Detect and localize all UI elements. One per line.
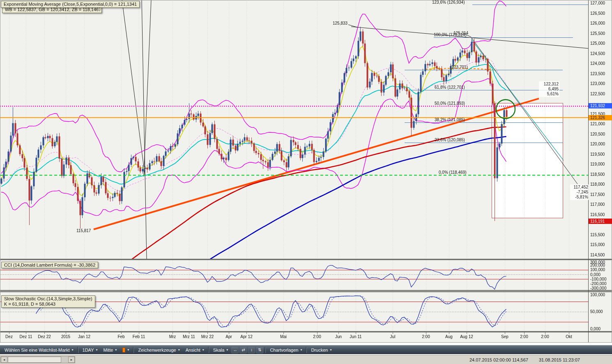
status-times: 24.07.2015 02:00:00 114,567 31.08.2015 1…: [469, 357, 612, 362]
period-label: 1DAY: [83, 348, 94, 352]
arrow-left-icon: ◄: [3, 358, 6, 361]
print-label: Drucken: [311, 348, 328, 352]
chevron-down-icon: ▾: [127, 348, 129, 352]
view-label: Ansicht: [186, 348, 200, 352]
view-menu[interactable]: Ansicht ▾: [183, 346, 207, 354]
chevron-down-icon: ▾: [72, 348, 74, 352]
compress-horizontal-icon: ⇄: [242, 348, 245, 352]
scale-compress-vertical-button[interactable]: ⇅: [256, 346, 263, 353]
watchlist-market-label: Wählen Sie eine Watchlist-Markt: [5, 348, 70, 352]
status-bar: ◄ ► 24.07.2015 02:00:00 114,567 31.08.20…: [0, 355, 612, 364]
chevron-down-icon: ▾: [202, 348, 204, 352]
drawing-tools-label: Zeichenwerkzeuge: [138, 348, 176, 352]
chevron-down-icon: ▾: [178, 348, 180, 352]
toolbar-separator: [306, 347, 307, 353]
chevron-down-icon: ▾: [226, 348, 228, 352]
scale-compress-horizontal-button[interactable]: ⇄: [239, 346, 247, 353]
toolbar-separator: [208, 347, 209, 353]
scale-label: Skala: [213, 348, 225, 352]
chevron-down-icon: ▾: [96, 348, 97, 352]
candlestick-style-icon: [122, 348, 125, 352]
chevron-down-icon: ▾: [115, 348, 117, 352]
chart-toolbar: Wählen Sie eine Watchlist-Markt ▾ 1DAY ▾…: [0, 345, 612, 354]
chart-style-select[interactable]: ▾: [120, 346, 132, 354]
scroll-left-button[interactable]: ◄: [1, 357, 7, 363]
expand-vertical-icon: ↕: [251, 348, 253, 352]
position-select[interactable]: Mitte ▾: [101, 346, 120, 354]
arrow-right-icon: ►: [70, 358, 73, 361]
scrollbar-track[interactable]: [7, 357, 68, 363]
toolbar-separator: [133, 347, 134, 353]
chart-canvas[interactable]: [0, 0, 612, 343]
watchlist-market-select[interactable]: Wählen Sie eine Watchlist-Markt ▾: [2, 346, 76, 354]
scroll-right-button[interactable]: ►: [68, 357, 75, 363]
scale-expand-vertical-button[interactable]: ↕: [248, 346, 255, 353]
scrollbar-thumb[interactable]: [8, 357, 61, 363]
chart-templates-menu[interactable]: Chartvorlagen ▾: [267, 346, 305, 354]
period-select[interactable]: 1DAY ▾: [80, 346, 101, 354]
chevron-down-icon: ▾: [300, 348, 302, 352]
toolbar-separator: [265, 347, 266, 353]
status-start-time: 24.07.2015 02:00:00 114,567: [469, 357, 528, 362]
status-current-time: 31.08.2015 11:23:07: [539, 357, 580, 362]
print-menu[interactable]: Drucken ▾: [308, 346, 334, 354]
position-label: Mitte: [104, 348, 113, 352]
chevron-down-icon: ▾: [330, 348, 331, 352]
scale-menu[interactable]: Skala ▾: [210, 346, 231, 354]
scale-expand-horizontal-button[interactable]: ↔: [231, 346, 239, 353]
horizontal-scrollbar[interactable]: ◄ ►: [0, 356, 75, 363]
trading-chart-app: WB = 122,5837, GB = 120,3412, ZB = 118,1…: [0, 0, 612, 364]
expand-horizontal-icon: ↔: [233, 348, 237, 352]
toolbar-separator: [78, 347, 78, 353]
chart-templates-label: Chartvorlagen: [270, 348, 298, 352]
drawing-tools-menu[interactable]: Zeichenwerkzeuge ▾: [135, 346, 182, 354]
compress-vertical-icon: ⇅: [258, 348, 261, 352]
